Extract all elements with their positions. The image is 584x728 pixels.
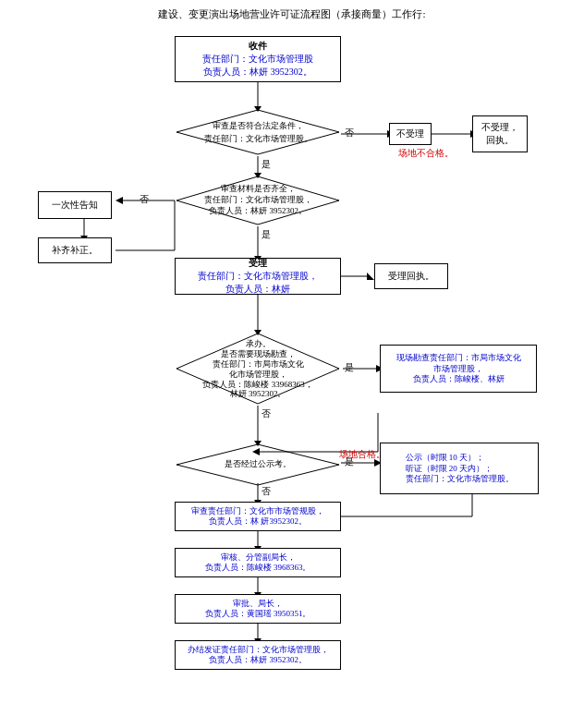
twat-region (312, 509, 584, 570)
check-material-no-label: 否 (140, 193, 149, 206)
public-notice-q-no-label: 否 (262, 485, 271, 498)
issue-label: 办结发证责任部门：文化市场管理股，负责人员：林妍 3952302。 (188, 645, 329, 665)
check-material-text: 审查材料是否齐全，责任部门：文化市场管理股，负责人员：林妍 3952302。 (188, 185, 329, 217)
not-accept-label: 不受理 (396, 127, 424, 140)
not-accept-box: 不受理 (389, 123, 432, 145)
once-notice-box: 一次性告知 (38, 191, 112, 219)
public-notice-box: 公示（时限 10 天）；听证（时限 20 天内）；责任部门：文化市场管理股。 (380, 443, 539, 494)
handle-text: 承办。是否需要现场勘查，责任部门：市局市场文化化市场管理股，负责人员：陈峻楼 3… (189, 339, 326, 399)
svg-marker-17 (367, 273, 374, 280)
receive-person: 负责人员：林妍 3952302。 (202, 66, 313, 79)
supplement-label: 补齐补正。 (52, 244, 98, 257)
receive-label: 收件 (202, 40, 313, 53)
check-condition-diamond: 审查是否符合法定条件， 责任部门：文化市场管理股。 (175, 108, 341, 156)
svg-marker-9 (116, 197, 123, 204)
not-accept2-box: 不受理， 回执。 (472, 115, 528, 152)
receive-box: 收件 责任部门：文化市场管理股 负责人员：林妍 3952302。 (175, 36, 341, 82)
supplement-box: 补齐补正。 (38, 237, 112, 263)
public-notice-q-text: 是否经过公示考。 (191, 460, 324, 471)
site-inspect-box: 现场勘查责任部门：市局市场文化市场管理股，负责人员：陈峻楼、林妍 (380, 345, 537, 393)
page: 建设、变更演出场地营业许可证流程图（承接商量）工作行: (0, 0, 584, 728)
review-label: 审查责任部门：文化市市场管规股，负责人员：林 妍3952302。 (191, 506, 324, 527)
issue-box: 办结发证责任部门：文化市场管理股，负责人员：林妍 3952302。 (175, 640, 341, 670)
flowchart: 收件 责任部门：文化市场管理股 负责人员：林妍 3952302。 审查是否符合法… (10, 27, 574, 710)
accept-receipt-label: 受理回执。 (388, 270, 434, 283)
not-accept2-label: 不受理， 回执。 (481, 121, 518, 147)
handle-no-label: 否 (262, 407, 271, 420)
check-material-yes-label: 是 (262, 228, 271, 241)
check-condition-no-label: 否 (345, 127, 354, 140)
check-condition-yes-label: 是 (262, 158, 271, 171)
receive-dept: 责任部门：文化市场管理股 (202, 53, 313, 66)
approve-box: 审批、局长，负责人员：黄国瑶 3950351。 (175, 594, 341, 624)
accept-receipt-box: 受理回执。 (374, 263, 448, 289)
accept-dept: 责任部门：文化市场管理股， (198, 270, 318, 283)
audit-label: 审核、分管副局长，负责人员：陈峻楼 3968363。 (205, 552, 311, 573)
accept-box: 受理 责任部门：文化市场管理股， 负责人员：林妍 (175, 258, 341, 295)
public-notice-label: 公示（时限 10 天）；听证（时限 20 天内）；责任部门：文化市场管理股。 (406, 453, 514, 483)
approve-label: 审批、局长，负责人员：黄国瑶 3950351。 (205, 599, 311, 619)
public-notice-q-yes-label: 是 (345, 455, 354, 468)
handle-diamond: 承办。是否需要现场勘查，责任部门：市局市场文化化市场管理股，负责人员：陈峻楼 3… (175, 332, 341, 406)
handle-yes-label: 是 (345, 361, 354, 374)
check-material-diamond: 审查材料是否齐全，责任部门：文化市场管理股，负责人员：林妍 3952302。 (175, 175, 341, 226)
accept-person: 负责人员：林妍 (198, 283, 318, 296)
site-inspect-label: 现场勘查责任部门：市局市场文化市场管理股，负责人员：陈峻楼、林妍 (396, 353, 521, 383)
review-box: 审查责任部门：文化市市场管规股，负责人员：林 妍3952302。 (175, 502, 341, 531)
check-condition-text: 审查是否符合法定条件， 责任部门：文化市场管理股。 (191, 120, 324, 145)
once-notice-label: 一次性告知 (52, 199, 98, 212)
public-notice-q-diamond: 是否经过公示考。 (175, 443, 341, 487)
site-not-qualified-label: 场地不合格。 (398, 147, 454, 160)
accept-label: 受理 (198, 257, 318, 270)
header-title: 建设、变更演出场地营业许可证流程图（承接商量）工作行: (7, 7, 577, 21)
audit-box: 审核、分管副局长，负责人员：陈峻楼 3968363。 (175, 548, 341, 577)
